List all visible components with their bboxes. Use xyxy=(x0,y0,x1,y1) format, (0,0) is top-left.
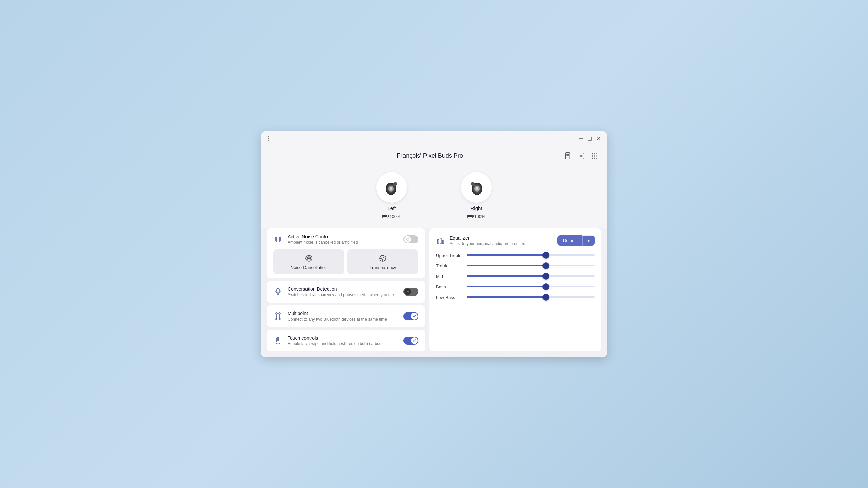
multipoint-card: Multipoint Connect to any two Bluetooth … xyxy=(267,305,425,327)
touch-controls-check-icon xyxy=(413,339,416,342)
eq-track-low-bass xyxy=(467,296,595,298)
left-earbud-image xyxy=(376,172,407,203)
earbuds-section: Left 100% xyxy=(261,165,607,228)
touch-controls-subtitle: Enable tap, swipe and hold gestures on b… xyxy=(288,341,384,346)
conversation-detection-toggle-knob: − xyxy=(404,288,411,295)
eq-fill-low-bass xyxy=(467,296,546,298)
transparency-button[interactable]: Transparency xyxy=(347,249,418,274)
eq-label-low-bass: Low Bass xyxy=(436,295,467,300)
svg-point-10 xyxy=(594,153,595,154)
eq-slider-mid-container[interactable] xyxy=(467,275,595,277)
multipoint-left: Multipoint Connect to any two Bluetooth … xyxy=(273,311,387,322)
app-header: François' Pixel Buds Pro xyxy=(261,146,607,165)
minimize-button[interactable] xyxy=(578,136,584,142)
eq-thumb-upper-treble[interactable] xyxy=(542,252,549,259)
device-title: François' Pixel Buds Pro xyxy=(296,152,564,159)
left-earbud-battery: 100% xyxy=(382,214,400,219)
touch-controls-toggle[interactable] xyxy=(403,337,418,345)
eq-thumb-bass[interactable] xyxy=(542,283,549,290)
eq-slider-treble-container[interactable] xyxy=(467,265,595,267)
touch-controls-toggle-knob xyxy=(411,337,418,344)
right-earbud-label: Right xyxy=(470,205,482,211)
eq-slider-upper-treble: Upper Treble xyxy=(436,253,595,258)
eq-subtitle: Adjust to your personal audio preference… xyxy=(450,241,525,246)
left-earbud-icon xyxy=(382,178,401,197)
svg-rect-4 xyxy=(566,152,570,159)
eq-label-mid: Mid xyxy=(436,274,467,279)
eq-slider-bass-container[interactable] xyxy=(467,286,595,288)
eq-thumb-low-bass[interactable] xyxy=(542,294,549,301)
conversation-detection-toggle[interactable]: − xyxy=(403,288,418,296)
anc-toggle[interactable] xyxy=(403,235,418,243)
multipoint-row: Multipoint Connect to any two Bluetooth … xyxy=(273,311,418,322)
anc-toggle-icon xyxy=(406,238,409,241)
device-info-icon[interactable] xyxy=(564,152,572,160)
eq-label-upper-treble: Upper Treble xyxy=(436,253,467,258)
settings-icon[interactable] xyxy=(577,152,585,160)
eq-slider-low-bass: Low Bass xyxy=(436,295,595,300)
close-button[interactable] xyxy=(595,136,601,142)
more-menu-icon[interactable] xyxy=(267,135,270,143)
conversation-detection-left: Conversation Detection Switches to Trans… xyxy=(273,286,395,297)
eq-track-bass xyxy=(467,286,595,287)
touch-controls-title: Touch controls xyxy=(288,335,384,341)
eq-fill-treble xyxy=(467,265,546,266)
conversation-detection-row: Conversation Detection Switches to Trans… xyxy=(273,286,418,297)
conversation-detection-icon xyxy=(273,287,283,297)
svg-point-38 xyxy=(381,257,384,260)
anc-subtitle: Ambient noise is cancelled or amplified xyxy=(288,240,358,245)
eq-label-treble: Treble xyxy=(436,263,467,268)
eq-preset-dropdown[interactable]: ▼ xyxy=(582,236,595,246)
multipoint-toggle-knob xyxy=(411,313,418,320)
eq-slider-treble: Treble xyxy=(436,263,595,268)
conversation-detection-minus-icon: − xyxy=(406,289,409,294)
anc-text: Active Noise Control Ambient noise is ca… xyxy=(288,234,358,245)
noise-cancellation-button[interactable]: Noise Cancellation xyxy=(273,249,344,274)
touch-controls-text: Touch controls Enable tap, swipe and hol… xyxy=(288,335,384,346)
right-earbud: Right 100% xyxy=(461,172,492,219)
svg-point-8 xyxy=(580,155,582,157)
eq-slider-upper-treble-container[interactable] xyxy=(467,254,595,256)
svg-point-14 xyxy=(596,155,597,156)
anc-card: Active Noise Control Ambient noise is ca… xyxy=(267,228,425,278)
svg-point-13 xyxy=(594,155,595,156)
maximize-button[interactable] xyxy=(587,136,593,142)
eq-icon xyxy=(436,236,446,245)
svg-point-20 xyxy=(390,187,392,190)
titlebar xyxy=(261,131,607,146)
svg-rect-52 xyxy=(438,239,439,244)
conversation-detection-title: Conversation Detection xyxy=(288,286,395,292)
eq-sliders: Upper Treble Treble xyxy=(436,253,595,300)
anc-icon xyxy=(273,235,283,244)
main-content: Active Noise Control Ambient noise is ca… xyxy=(261,228,607,357)
eq-preset-selector[interactable]: Default ▼ xyxy=(557,235,595,246)
noise-cancellation-label: Noise Cancellation xyxy=(291,265,327,270)
svg-point-15 xyxy=(592,157,593,158)
svg-point-17 xyxy=(596,157,597,158)
svg-point-24 xyxy=(476,187,478,190)
eq-preset-label: Default xyxy=(557,235,582,246)
svg-point-36 xyxy=(309,258,309,258)
multipoint-toggle[interactable] xyxy=(403,312,418,320)
eq-fill-upper-treble xyxy=(467,254,546,256)
transparency-label: Transparency xyxy=(370,265,396,270)
conversation-detection-subtitle: Switches to Transparency and pauses medi… xyxy=(288,292,395,297)
touch-controls-row: Touch controls Enable tap, swipe and hol… xyxy=(273,335,418,346)
eq-thumb-treble[interactable] xyxy=(542,262,549,269)
svg-point-11 xyxy=(596,153,597,154)
eq-title: Equalizer xyxy=(450,235,525,241)
svg-rect-1 xyxy=(588,137,591,140)
anc-toggle-knob xyxy=(404,236,411,243)
eq-track-upper-treble xyxy=(467,254,595,256)
multipoint-subtitle: Connect to any two Bluetooth devices at … xyxy=(288,317,387,322)
eq-left: Equalizer Adjust to your personal audio … xyxy=(436,235,525,246)
grid-icon[interactable] xyxy=(591,152,599,160)
svg-point-16 xyxy=(594,157,595,158)
eq-track-mid xyxy=(467,275,595,277)
anc-left: Active Noise Control Ambient noise is ca… xyxy=(273,234,358,245)
multipoint-text: Multipoint Connect to any two Bluetooth … xyxy=(288,311,387,322)
eq-slider-low-bass-container[interactable] xyxy=(467,296,595,298)
svg-rect-54 xyxy=(443,240,444,244)
eq-thumb-mid[interactable] xyxy=(542,273,549,280)
anc-title: Active Noise Control xyxy=(288,234,358,239)
